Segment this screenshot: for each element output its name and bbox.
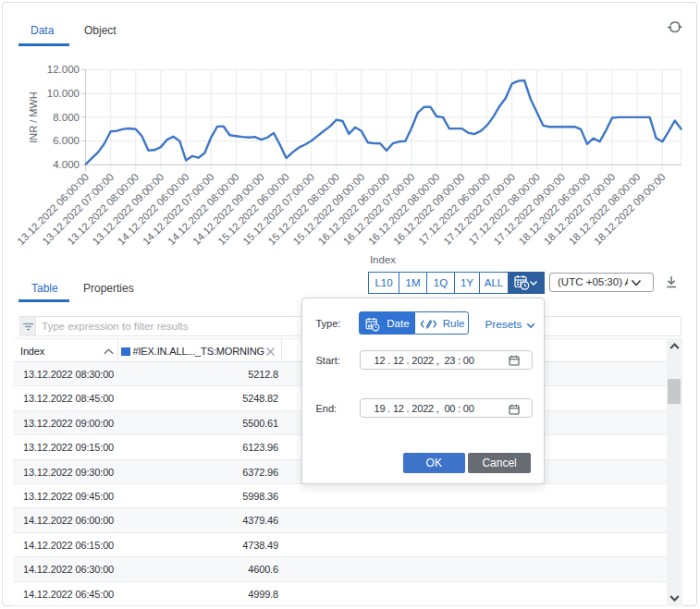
svg-text:10.000: 10.000 [47, 88, 80, 99]
svg-text:6.000: 6.000 [53, 135, 80, 146]
svg-text:Index: Index [370, 254, 396, 265]
svg-text:4.000: 4.000 [53, 159, 80, 170]
svg-text:8.000: 8.000 [53, 112, 80, 123]
svg-text:12.000: 12.000 [47, 64, 80, 75]
